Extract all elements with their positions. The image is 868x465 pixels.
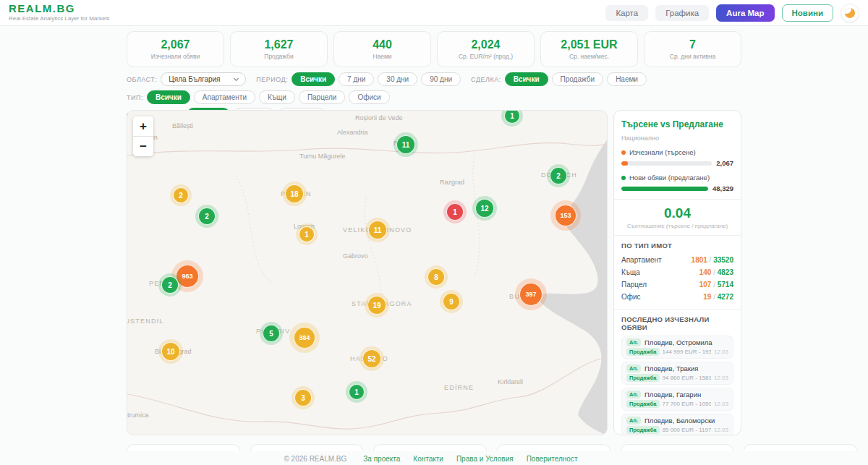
stat-label: Ср. EUR/m² (прод.) xyxy=(459,53,513,60)
demand-bar-track xyxy=(621,161,712,166)
stat-card: 1,627 Продажби xyxy=(230,31,328,67)
map-cluster-marker[interactable]: 19 xyxy=(367,296,386,315)
type-value-separator: / xyxy=(711,293,717,301)
filter-label: ОБЛАСТ: xyxy=(127,76,157,83)
filter-pill[interactable]: Всички xyxy=(147,90,190,104)
map-cluster-marker[interactable]: 2 xyxy=(161,276,179,294)
stat-value: 440 xyxy=(373,38,392,51)
region-select[interactable]: Цяла България xyxy=(161,72,246,86)
filter-pill[interactable]: Всички xyxy=(505,72,548,86)
sidebar-title: Търсене vs Предлагане xyxy=(621,119,733,129)
filter-pill[interactable]: Апартаменти xyxy=(194,90,255,104)
logo-subtitle: Real Estate Analytics Layer for Markets xyxy=(9,16,110,22)
copyright: © 2026 REALM.BG xyxy=(284,455,346,463)
footer-link[interactable]: За проекта xyxy=(363,455,400,463)
filter-pill[interactable]: 7 дни xyxy=(339,72,374,86)
filter-pill[interactable]: Всички xyxy=(292,72,335,86)
map[interactable]: VidinBăileștiRoșiorii de VedeAlexandriaT… xyxy=(127,110,608,435)
zoom-in-button[interactable]: + xyxy=(133,116,153,136)
demand-value: 2,067 xyxy=(716,159,733,167)
footer-link[interactable]: Контакти xyxy=(413,455,443,463)
filter-pill[interactable]: Продажби xyxy=(552,72,604,86)
theme-toggle-button[interactable] xyxy=(841,4,859,22)
map-cluster-marker[interactable]: 963 xyxy=(176,265,199,288)
map-cluster-marker[interactable]: 1 xyxy=(446,203,464,221)
filter-pill[interactable]: 30 дни xyxy=(378,72,417,86)
map-cluster-marker[interactable]: 1 xyxy=(299,226,315,242)
type-value-demand: 1801 xyxy=(692,256,707,264)
stat-card: 2,051 EUR Ср. наем/мес. xyxy=(540,31,638,67)
tab-chart[interactable]: Графика xyxy=(655,5,709,21)
listing-item[interactable]: Ап. Пловдив, Остромила Продажба 144 999 … xyxy=(621,336,733,359)
map-cluster-marker[interactable]: 11 xyxy=(368,221,387,239)
map-cluster-marker[interactable]: 9 xyxy=(443,293,460,310)
listing-item[interactable]: Ап. Пловдив, Гагарин Продажба 77 700 EUR… xyxy=(621,388,733,411)
map-cluster-marker[interactable]: 153 xyxy=(555,205,576,226)
stats-row: 2,067 Изчезнали обяви 1,627 Продажби 440… xyxy=(127,31,741,67)
stat-card: 2,067 Изчезнали обяви xyxy=(127,31,224,67)
map-cluster-marker[interactable]: 12 xyxy=(475,199,494,218)
listing-deal-badge: Продажба xyxy=(626,400,660,408)
filter-pill[interactable]: Парцели xyxy=(299,90,346,104)
type-label: Апартамент xyxy=(621,256,662,264)
filter-pill[interactable]: Наеми xyxy=(607,72,647,86)
listing-time: 12.03 xyxy=(714,401,728,407)
stat-label: Ср. наем/мес. xyxy=(569,53,609,60)
logo: REALM.BG xyxy=(9,3,110,15)
type-value-separator: / xyxy=(711,268,717,276)
map-cluster-marker[interactable]: 2 xyxy=(550,167,567,184)
map-zoom-control: + − xyxy=(133,116,153,156)
map-cluster-marker[interactable]: 384 xyxy=(294,327,315,349)
map-cluster-marker[interactable]: 3 xyxy=(294,389,312,406)
map-geography xyxy=(127,111,608,435)
listing-deal-badge: Продажба xyxy=(626,426,660,434)
listing-title: Пловдив, Гагарин xyxy=(644,391,701,398)
stat-value: 2,024 xyxy=(471,38,500,51)
supply-bar-line: 48,329 xyxy=(621,184,733,192)
map-cluster-marker[interactable]: 52 xyxy=(362,349,381,368)
aura-map-button[interactable]: Aura Map xyxy=(716,4,774,22)
supply-dot-icon xyxy=(621,176,626,180)
stat-label: Продажби xyxy=(264,53,293,60)
zoom-out-button[interactable]: − xyxy=(133,137,153,156)
filter-pill[interactable]: Къщи xyxy=(259,90,295,104)
filter-pill[interactable]: Офиси xyxy=(349,90,389,104)
listing-title: Пловдив, Тракия xyxy=(644,364,698,372)
recent-header: ПОСЛЕДНО ИЗЧЕЗНАЛИ ОБЯВИ xyxy=(621,315,733,331)
ratio-value: 0.04 xyxy=(621,205,733,221)
type-label: Офис xyxy=(621,293,641,301)
map-cluster-marker[interactable]: 2 xyxy=(173,187,189,203)
type-label: Парцел xyxy=(621,281,647,289)
filter-label: ТИП: xyxy=(127,94,143,101)
listing-details: 144 999 EUR - 1933/m² 75 m² xyxy=(663,349,711,355)
map-cluster-marker[interactable]: 1 xyxy=(349,384,365,400)
type-value-demand: 19 xyxy=(703,293,711,301)
type-label: Къща xyxy=(621,268,640,276)
map-cluster-marker[interactable]: 11 xyxy=(396,135,415,154)
map-cluster-marker[interactable]: 18 xyxy=(285,184,304,203)
map-cluster-marker[interactable]: 397 xyxy=(519,283,542,306)
tab-map[interactable]: Карта xyxy=(605,5,648,21)
supply-legend: Нови обяви (предлагане) xyxy=(621,174,733,182)
footer-link[interactable]: Поверителност xyxy=(527,455,578,463)
divider xyxy=(614,199,741,200)
footer-link[interactable]: Права и Условия xyxy=(456,455,514,463)
filter-group: ПЕРИОД:Всички7 дни30 дни90 дни xyxy=(256,72,461,86)
listing-row1: Ап. Пловдив, Остромила xyxy=(626,338,728,346)
filter-pill[interactable]: 90 дни xyxy=(421,72,461,86)
map-cluster-marker[interactable]: 2 xyxy=(198,208,216,225)
map-cluster-marker[interactable]: 5 xyxy=(263,325,280,342)
demand-dot-icon xyxy=(621,150,626,155)
map-cluster-marker[interactable]: 8 xyxy=(427,268,445,286)
chevron-down-icon xyxy=(234,75,239,80)
by-type-rows: Апартамент 1801 / 33520 Къща 140 / 4823 … xyxy=(621,254,733,303)
map-cluster-marker[interactable]: 10 xyxy=(161,342,180,361)
listing-details: 94 860 EUR - 1581/m² 60 m² xyxy=(663,375,711,381)
listing-row2: Продажба 77 700 EUR - 1050/m² 74 m² 12.0… xyxy=(626,400,728,408)
listing-item[interactable]: Ап. Пловдив, Тракия Продажба 94 860 EUR … xyxy=(621,362,733,385)
footer-links: За проектаКонтактиПрава и УсловияПоверит… xyxy=(357,455,584,463)
listing-item[interactable]: Ап. Пловдив, Беломорски Продажба 85 000 … xyxy=(621,414,733,435)
type-values: 19 / 4272 xyxy=(703,293,733,301)
news-button[interactable]: Новини xyxy=(782,4,833,22)
header-nav: Карта Графика Aura Map Новини xyxy=(605,4,859,22)
